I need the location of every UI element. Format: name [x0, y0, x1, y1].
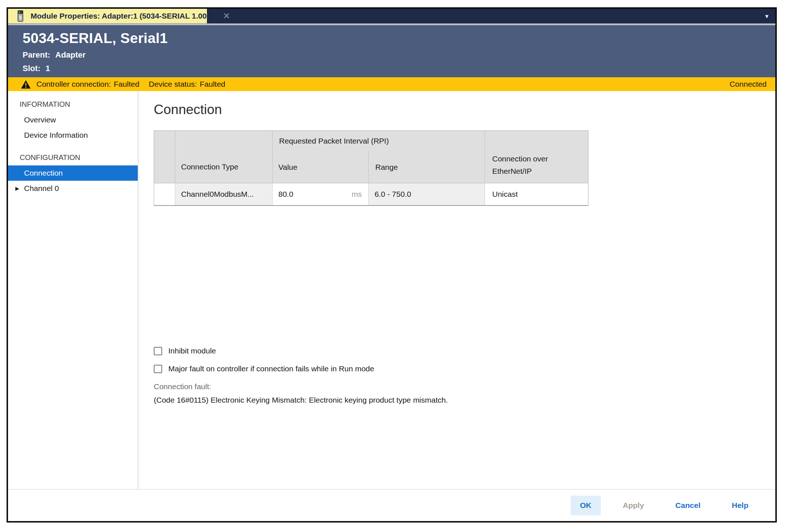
major-fault-label: Major fault on controller if connection … [168, 364, 374, 373]
controller-connection-value: Faulted [114, 80, 139, 88]
rpi-subheaders: Value Range [273, 151, 485, 183]
inhibit-module-checkbox[interactable] [154, 347, 162, 355]
device-status: Device status:Faulted [149, 80, 225, 89]
parent-value: Adapter [55, 50, 86, 59]
warning-triangle-icon [21, 80, 31, 89]
connection-table: Connection Type Requested Packet Interva… [154, 130, 588, 206]
col-header-connection-type: Connection Type [175, 131, 273, 183]
module-header: 5034-SERIAL, Serial1 Parent:Adapter Slot… [8, 25, 775, 77]
major-fault-checkbox[interactable] [154, 365, 162, 373]
sidebar-gap [8, 143, 138, 149]
connection-fault-message: (Code 16#0115) Electronic Keying Mismatc… [154, 396, 775, 404]
page-title: Connection [154, 102, 775, 117]
module-device-icon [17, 10, 25, 22]
device-status-label: Device status: [149, 80, 197, 88]
cancel-button[interactable]: Cancel [666, 496, 710, 515]
sidebar-item-overview[interactable]: Overview [8, 112, 138, 128]
major-fault-row: Major fault on controller if connection … [154, 364, 775, 373]
slot-label: Slot: [23, 64, 40, 73]
col-header-over-line2: EtherNet/IP [492, 165, 548, 178]
slot-value: 1 [46, 64, 50, 73]
table-header-spacer [154, 131, 175, 183]
rpi-unit-label: ms [352, 190, 362, 199]
tab-module-properties[interactable]: Module Properties: Adapter:1 (5034-SERIA… [8, 9, 207, 23]
tab-title: Module Properties: Adapter:1 (5034-SERIA… [31, 12, 214, 20]
sidebar-item-channel-0[interactable]: ▶ Channel 0 [8, 181, 138, 196]
cell-rpi-value[interactable]: 80.0 ms [273, 183, 369, 205]
inhibit-module-row: Inhibit module [154, 347, 775, 355]
ok-button[interactable]: OK [571, 496, 601, 515]
help-button[interactable]: Help [722, 496, 758, 515]
col-group-rpi: Requested Packet Interval (RPI) Value Ra… [273, 131, 485, 183]
cell-connection-type: Channel0ModbusM... [175, 183, 273, 205]
expand-caret-icon[interactable]: ▶ [15, 185, 19, 191]
col-header-range: Range [369, 151, 485, 183]
rpi-value-text: 80.0 [278, 190, 293, 199]
col-header-connection-over-ethernet: Connection over EtherNet/IP [485, 131, 588, 183]
connection-state-badge: Connected [729, 80, 767, 89]
parent-line: Parent:Adapter [23, 50, 775, 60]
rpi-group-header: Requested Packet Interval (RPI) [273, 131, 485, 151]
connection-options: Inhibit module Major fault on controller… [154, 347, 775, 404]
slot-line: Slot:1 [23, 64, 775, 73]
sidebar-section-information: INFORMATION [8, 96, 138, 112]
module-properties-window: Module Properties: Adapter:1 (5034-SERIA… [7, 7, 777, 523]
parent-label: Parent: [23, 50, 50, 59]
cell-connection-over-ethernet[interactable]: Unicast [485, 183, 588, 205]
module-title: 5034-SERIAL, Serial1 [23, 30, 775, 46]
tab-close-icon[interactable]: ✕ [223, 12, 230, 20]
dialog-body: INFORMATION Overview Device Information … [8, 91, 775, 489]
inhibit-module-label: Inhibit module [168, 347, 216, 355]
controller-connection-label: Controller connection: [36, 80, 111, 88]
tab-bar: Module Properties: Adapter:1 (5034-SERIA… [8, 9, 775, 23]
device-status-value: Faulted [200, 80, 225, 88]
col-header-over-line1: Connection over [492, 153, 548, 165]
connection-pane: Connection Connection Type Requested Pac… [138, 91, 775, 489]
sidebar-item-connection[interactable]: Connection [8, 165, 138, 181]
sidebar-item-channel-0-label: Channel 0 [24, 184, 59, 193]
connection-fault-label: Connection fault: [154, 382, 775, 391]
controller-connection-status: Controller connection:Faulted [36, 80, 139, 89]
tab-list-dropdown-icon[interactable]: ▼ [764, 13, 770, 19]
status-bar: Controller connection:Faulted Device sta… [8, 77, 775, 91]
apply-button[interactable]: Apply [613, 496, 653, 515]
cell-rpi-range: 6.0 - 750.0 [369, 183, 485, 205]
dialog-footer: OK Apply Cancel Help [8, 489, 775, 521]
row-selector-cell[interactable] [154, 183, 175, 205]
col-header-value: Value [273, 151, 369, 183]
sidebar-nav: INFORMATION Overview Device Information … [8, 91, 138, 489]
sidebar-item-device-information[interactable]: Device Information [8, 128, 138, 143]
sidebar-section-configuration: CONFIGURATION [8, 149, 138, 165]
